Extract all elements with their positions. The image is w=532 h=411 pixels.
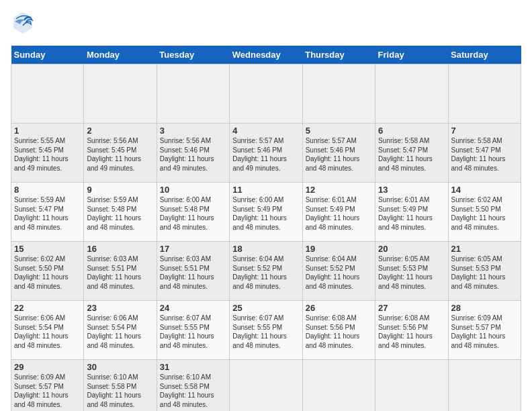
- day-number: 1: [14, 126, 81, 136]
- calendar-cell: 16Sunrise: 6:03 AM Sunset: 5:51 PM Dayli…: [84, 242, 157, 301]
- day-info: Sunrise: 5:56 AM Sunset: 5:45 PM Dayligh…: [87, 136, 153, 173]
- day-number: 23: [87, 303, 153, 313]
- day-number: 2: [87, 126, 153, 136]
- calendar-cell: 5Sunrise: 5:57 AM Sunset: 5:46 PM Daylig…: [302, 124, 375, 183]
- day-info: Sunrise: 6:04 AM Sunset: 5:52 PM Dayligh…: [306, 255, 372, 291]
- day-number: 10: [160, 185, 226, 195]
- calendar-cell: 19Sunrise: 6:04 AM Sunset: 5:52 PM Dayli…: [302, 242, 375, 301]
- calendar-cell: [230, 360, 302, 412]
- day-number: 3: [160, 126, 226, 136]
- day-number: 7: [451, 126, 518, 136]
- day-number: 15: [14, 244, 81, 254]
- day-info: Sunrise: 5:57 AM Sunset: 5:46 PM Dayligh…: [306, 136, 372, 173]
- day-info: Sunrise: 6:06 AM Sunset: 5:54 PM Dayligh…: [14, 314, 81, 350]
- column-header-tuesday: Tuesday: [157, 46, 229, 64]
- day-number: 11: [232, 185, 299, 195]
- day-info: Sunrise: 6:10 AM Sunset: 5:58 PM Dayligh…: [87, 373, 153, 409]
- calendar-cell: 25Sunrise: 6:07 AM Sunset: 5:55 PM Dayli…: [230, 301, 302, 360]
- day-info: Sunrise: 6:07 AM Sunset: 5:55 PM Dayligh…: [160, 314, 226, 350]
- day-info: Sunrise: 6:00 AM Sunset: 5:48 PM Dayligh…: [160, 195, 226, 232]
- calendar-cell: [302, 64, 375, 124]
- calendar-cell: 8Sunrise: 5:59 AM Sunset: 5:47 PM Daylig…: [11, 183, 84, 242]
- calendar-table: SundayMondayTuesdayWednesdayThursdayFrid…: [11, 46, 521, 411]
- calendar-cell: [375, 64, 448, 124]
- column-header-thursday: Thursday: [302, 46, 375, 64]
- day-number: 13: [378, 185, 445, 195]
- calendar-cell: 14Sunrise: 6:02 AM Sunset: 5:50 PM Dayli…: [448, 183, 521, 242]
- calendar-cell: [302, 360, 375, 412]
- day-number: 26: [306, 303, 372, 313]
- day-number: 28: [451, 303, 518, 313]
- calendar-cell: 10Sunrise: 6:00 AM Sunset: 5:48 PM Dayli…: [157, 183, 229, 242]
- calendar-cell: 15Sunrise: 6:02 AM Sunset: 5:50 PM Dayli…: [11, 242, 84, 301]
- day-number: 29: [14, 362, 81, 372]
- day-number: 21: [451, 244, 518, 254]
- column-header-sunday: Sunday: [11, 46, 84, 64]
- logo: [11, 11, 38, 38]
- day-number: 25: [232, 303, 299, 313]
- day-info: Sunrise: 6:02 AM Sunset: 5:50 PM Dayligh…: [451, 195, 518, 232]
- calendar-cell: [230, 64, 302, 124]
- day-number: 4: [232, 126, 299, 136]
- day-info: Sunrise: 6:09 AM Sunset: 5:57 PM Dayligh…: [14, 373, 81, 409]
- calendar-cell: 29Sunrise: 6:09 AM Sunset: 5:57 PM Dayli…: [11, 360, 84, 412]
- calendar-cell: [84, 64, 157, 124]
- day-info: Sunrise: 6:05 AM Sunset: 5:53 PM Dayligh…: [378, 255, 445, 291]
- calendar-cell: 7Sunrise: 5:58 AM Sunset: 5:47 PM Daylig…: [448, 124, 521, 183]
- calendar-week-row: 8Sunrise: 5:59 AM Sunset: 5:47 PM Daylig…: [11, 183, 521, 242]
- day-number: 14: [451, 185, 518, 195]
- calendar-cell: 28Sunrise: 6:09 AM Sunset: 5:57 PM Dayli…: [448, 301, 521, 360]
- day-info: Sunrise: 6:01 AM Sunset: 5:49 PM Dayligh…: [378, 195, 445, 232]
- day-number: 9: [87, 185, 153, 195]
- calendar-cell: 17Sunrise: 6:03 AM Sunset: 5:51 PM Dayli…: [157, 242, 229, 301]
- page-header: [11, 11, 521, 38]
- calendar-cell: 22Sunrise: 6:06 AM Sunset: 5:54 PM Dayli…: [11, 301, 84, 360]
- day-info: Sunrise: 6:03 AM Sunset: 5:51 PM Dayligh…: [87, 255, 153, 291]
- day-info: Sunrise: 6:08 AM Sunset: 5:56 PM Dayligh…: [378, 314, 445, 350]
- day-info: Sunrise: 5:57 AM Sunset: 5:46 PM Dayligh…: [232, 136, 299, 173]
- day-number: 20: [378, 244, 445, 254]
- day-info: Sunrise: 6:06 AM Sunset: 5:54 PM Dayligh…: [87, 314, 153, 350]
- calendar-cell: 18Sunrise: 6:04 AM Sunset: 5:52 PM Dayli…: [230, 242, 302, 301]
- calendar-cell: 3Sunrise: 5:56 AM Sunset: 5:46 PM Daylig…: [157, 124, 229, 183]
- day-info: Sunrise: 5:59 AM Sunset: 5:48 PM Dayligh…: [87, 195, 153, 232]
- day-number: 8: [14, 185, 81, 195]
- calendar-cell: 2Sunrise: 5:56 AM Sunset: 5:45 PM Daylig…: [84, 124, 157, 183]
- column-header-friday: Friday: [375, 46, 448, 64]
- day-number: 5: [306, 126, 372, 136]
- logo-icon: [11, 11, 35, 35]
- calendar-cell: [11, 64, 84, 124]
- calendar-cell: 4Sunrise: 5:57 AM Sunset: 5:46 PM Daylig…: [230, 124, 302, 183]
- calendar-cell: 31Sunrise: 6:10 AM Sunset: 5:58 PM Dayli…: [157, 360, 229, 412]
- day-info: Sunrise: 5:55 AM Sunset: 5:45 PM Dayligh…: [14, 136, 81, 173]
- calendar-week-row: 15Sunrise: 6:02 AM Sunset: 5:50 PM Dayli…: [11, 242, 521, 301]
- calendar-week-row: 1Sunrise: 5:55 AM Sunset: 5:45 PM Daylig…: [11, 124, 521, 183]
- day-info: Sunrise: 5:59 AM Sunset: 5:47 PM Dayligh…: [14, 195, 81, 232]
- calendar-cell: 9Sunrise: 5:59 AM Sunset: 5:48 PM Daylig…: [84, 183, 157, 242]
- calendar-week-row: 22Sunrise: 6:06 AM Sunset: 5:54 PM Dayli…: [11, 301, 521, 360]
- day-info: Sunrise: 6:07 AM Sunset: 5:55 PM Dayligh…: [232, 314, 299, 350]
- calendar-cell: 21Sunrise: 6:05 AM Sunset: 5:53 PM Dayli…: [448, 242, 521, 301]
- column-header-saturday: Saturday: [448, 46, 521, 64]
- calendar-week-row: [11, 64, 521, 124]
- day-info: Sunrise: 5:58 AM Sunset: 5:47 PM Dayligh…: [451, 136, 518, 173]
- day-number: 6: [378, 126, 445, 136]
- calendar-cell: 30Sunrise: 6:10 AM Sunset: 5:58 PM Dayli…: [84, 360, 157, 412]
- calendar-cell: 23Sunrise: 6:06 AM Sunset: 5:54 PM Dayli…: [84, 301, 157, 360]
- day-info: Sunrise: 6:08 AM Sunset: 5:56 PM Dayligh…: [306, 314, 372, 350]
- day-number: 22: [14, 303, 81, 313]
- day-info: Sunrise: 5:58 AM Sunset: 5:47 PM Dayligh…: [378, 136, 445, 173]
- calendar-header-row: SundayMondayTuesdayWednesdayThursdayFrid…: [11, 46, 521, 64]
- column-header-monday: Monday: [84, 46, 157, 64]
- calendar-cell: 11Sunrise: 6:00 AM Sunset: 5:49 PM Dayli…: [230, 183, 302, 242]
- calendar-cell: 1Sunrise: 5:55 AM Sunset: 5:45 PM Daylig…: [11, 124, 84, 183]
- calendar-cell: 24Sunrise: 6:07 AM Sunset: 5:55 PM Dayli…: [157, 301, 229, 360]
- day-info: Sunrise: 6:01 AM Sunset: 5:49 PM Dayligh…: [306, 195, 372, 232]
- day-info: Sunrise: 6:05 AM Sunset: 5:53 PM Dayligh…: [451, 255, 518, 291]
- column-header-wednesday: Wednesday: [230, 46, 302, 64]
- day-info: Sunrise: 6:03 AM Sunset: 5:51 PM Dayligh…: [160, 255, 226, 291]
- calendar-cell: 26Sunrise: 6:08 AM Sunset: 5:56 PM Dayli…: [302, 301, 375, 360]
- calendar-cell: 6Sunrise: 5:58 AM Sunset: 5:47 PM Daylig…: [375, 124, 448, 183]
- calendar-cell: 12Sunrise: 6:01 AM Sunset: 5:49 PM Dayli…: [302, 183, 375, 242]
- day-info: Sunrise: 6:00 AM Sunset: 5:49 PM Dayligh…: [232, 195, 299, 232]
